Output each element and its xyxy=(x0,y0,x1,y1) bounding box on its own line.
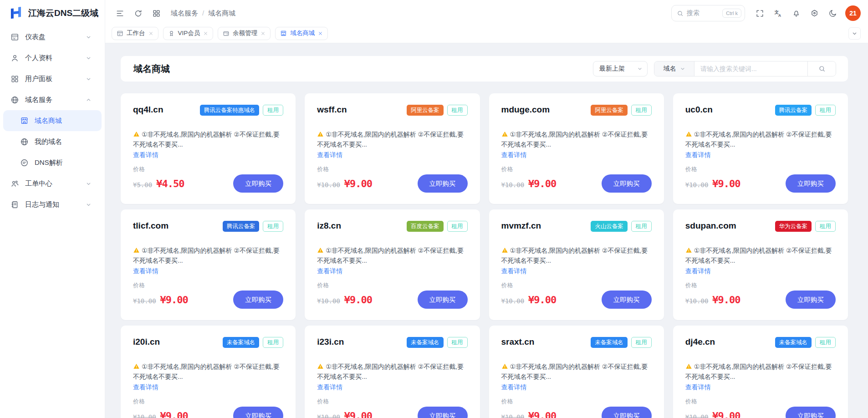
card-warning-text: ①非不死域名,限国内的机器解析 ②不保证拦截,要不死域名不要买... xyxy=(317,363,464,380)
card-header: sdupan.com华为云备案租用 xyxy=(685,221,836,232)
card-header: sraxt.cn未备案域名租用 xyxy=(501,337,652,348)
buy-now-button[interactable]: 立即购买 xyxy=(602,407,652,418)
collapse-menu-button[interactable] xyxy=(112,5,128,21)
search-shortcut-badge: Ctrl k xyxy=(722,9,741,18)
card-warning: ①非不死域名,限国内的机器解析 ②不保证拦截,要不死域名不要买... xyxy=(317,130,467,149)
registrar-badge: 腾讯云备案 xyxy=(775,105,812,116)
notifications-button[interactable] xyxy=(788,5,804,21)
domain-card: dj4e.cn未备案域名租用①非不死域名,限国内的机器解析 ②不保证拦截,要不死… xyxy=(673,326,848,418)
avatar[interactable]: 21 xyxy=(845,5,861,21)
buy-now-button[interactable]: 立即购买 xyxy=(786,291,836,309)
buy-now-button[interactable]: 立即购买 xyxy=(418,407,468,418)
sidebar-item[interactable]: 个人资料 xyxy=(0,47,105,68)
sidebar-item[interactable]: 域名服务 xyxy=(0,89,105,110)
view-details-link[interactable]: 查看详情 xyxy=(133,151,158,159)
sidebar-item-label: 日志与通知 xyxy=(25,200,59,209)
sidebar-item-label: 用户面板 xyxy=(25,75,52,83)
view-details-link[interactable]: 查看详情 xyxy=(133,383,158,392)
current-price: ¥9.00 xyxy=(528,410,556,418)
card-footer: ¥10.00¥9.00立即购买 xyxy=(133,407,283,418)
domain-card-grid: qq4l.cn腾讯云备案特惠域名租用①非不死域名,限国内的机器解析 ②不保证拦截… xyxy=(121,93,848,418)
price-group: ¥10.00¥9.00 xyxy=(685,294,740,306)
breadcrumb-section[interactable]: 域名服务 xyxy=(171,9,198,18)
card-warning-text: ①非不死域名,限国内的机器解析 ②不保证拦截,要不死域名不要买... xyxy=(501,363,648,380)
tab[interactable]: 工作台 xyxy=(112,27,158,40)
original-price: ¥10.00 xyxy=(317,297,340,305)
sidebar-item-label: 工单中心 xyxy=(25,179,52,188)
rent-badge: 租用 xyxy=(631,105,652,116)
tab[interactable]: 余额管理 xyxy=(218,27,271,40)
sidebar-item-label: 我的域名 xyxy=(35,138,62,146)
language-button[interactable]: 文A xyxy=(770,5,786,21)
view-details-link[interactable]: 查看详情 xyxy=(317,267,342,275)
price-group: ¥10.00¥9.00 xyxy=(133,294,188,306)
sidebar-item[interactable]: 用户面板 xyxy=(0,68,105,89)
price-label: 价格 xyxy=(317,398,467,406)
domain-card: sraxt.cn未备案域名租用①非不死域名,限国内的机器解析 ②不保证拦截,要不… xyxy=(489,326,664,418)
domain-card: qq4l.cn腾讯云备案特惠域名租用①非不死域名,限国内的机器解析 ②不保证拦截… xyxy=(121,93,296,204)
buy-now-button[interactable]: 立即购买 xyxy=(602,291,652,309)
tab[interactable]: 域名商城 xyxy=(275,27,328,40)
view-details-link[interactable]: 查看详情 xyxy=(685,151,711,159)
tabbar-more-button[interactable] xyxy=(848,27,861,40)
buy-now-button[interactable]: 立即购买 xyxy=(233,174,283,193)
sidebar-item[interactable]: 日志与通知 xyxy=(0,194,105,215)
view-details-link[interactable]: 查看详情 xyxy=(501,267,527,275)
card-header: tlicf.com腾讯云备案租用 xyxy=(133,221,283,232)
view-details-link[interactable]: 查看详情 xyxy=(317,151,342,159)
card-warning-text: ①非不死域名,限国内的机器解析 ②不保证拦截,要不死域名不要买... xyxy=(685,131,832,148)
domain-card: mduge.com阿里云备案租用①非不死域名,限国内的机器解析 ②不保证拦截,要… xyxy=(489,93,664,204)
price-group: ¥10.00¥9.00 xyxy=(317,410,372,418)
tab-label: VIP会员 xyxy=(178,29,200,37)
warning-icon xyxy=(501,363,508,370)
sidebar-item[interactable]: 域名商城 xyxy=(3,110,102,131)
keyword-search-button[interactable] xyxy=(807,61,836,76)
buy-now-button[interactable]: 立即购买 xyxy=(786,174,836,193)
sidebar-item[interactable]: 我的域名 xyxy=(0,131,105,152)
view-details-link[interactable]: 查看详情 xyxy=(501,151,527,159)
svg-text:A: A xyxy=(778,13,781,18)
buy-now-button[interactable]: 立即购买 xyxy=(418,291,468,309)
apps-grid-icon xyxy=(152,9,161,18)
settings-button[interactable] xyxy=(806,5,822,21)
users-icon xyxy=(10,179,19,188)
rent-badge: 租用 xyxy=(447,337,468,348)
view-details-link[interactable]: 查看详情 xyxy=(317,383,342,392)
apps-button[interactable] xyxy=(148,5,164,21)
refresh-button[interactable] xyxy=(130,5,146,21)
fullscreen-button[interactable] xyxy=(751,5,768,21)
domain-name: wsff.cn xyxy=(317,105,347,115)
current-price: ¥9.00 xyxy=(712,294,740,306)
search-field-select[interactable]: 域名 xyxy=(654,61,694,76)
sidebar-item[interactable]: 仪表盘 xyxy=(0,26,105,47)
sort-select[interactable]: 最新上架 xyxy=(593,61,648,76)
keyword-search-input[interactable] xyxy=(694,61,807,76)
price-group: ¥10.00¥9.00 xyxy=(133,410,188,418)
price-group: ¥10.00¥9.00 xyxy=(685,410,740,418)
rent-badge: 租用 xyxy=(815,337,836,348)
view-details-link[interactable]: 查看详情 xyxy=(685,383,711,392)
tabs-list: 工作台VIP会员余额管理域名商城 xyxy=(112,27,328,40)
sidebar-item[interactable]: DNS解析 xyxy=(0,152,105,173)
global-search[interactable]: 搜索 Ctrl k xyxy=(671,5,745,21)
tab[interactable]: VIP会员 xyxy=(163,27,214,40)
view-details-link[interactable]: 查看详情 xyxy=(133,267,158,275)
card-header: uc0.cn腾讯云备案租用 xyxy=(685,105,836,116)
dark-mode-button[interactable] xyxy=(824,5,841,21)
card-header: dj4e.cn未备案域名租用 xyxy=(685,337,836,348)
chevron-down-icon xyxy=(852,31,858,36)
buy-now-button[interactable]: 立即购买 xyxy=(786,407,836,418)
buy-now-button[interactable]: 立即购买 xyxy=(233,291,283,309)
view-details-link[interactable]: 查看详情 xyxy=(501,383,527,392)
rent-badge: 租用 xyxy=(263,337,283,348)
current-price: ¥9.00 xyxy=(344,178,372,189)
buy-now-button[interactable]: 立即购买 xyxy=(233,407,283,418)
card-badges: 阿里云备案租用 xyxy=(407,105,468,116)
buy-now-button[interactable]: 立即购买 xyxy=(418,174,468,193)
sidebar-item[interactable]: 工单中心 xyxy=(0,173,105,194)
price-group: ¥10.00¥9.00 xyxy=(501,178,557,189)
sidebar-item-label: DNS解析 xyxy=(35,158,63,167)
buy-now-button[interactable]: 立即购买 xyxy=(602,174,652,193)
view-details-link[interactable]: 查看详情 xyxy=(685,267,711,275)
card-badges: 腾讯云备案租用 xyxy=(775,105,836,116)
